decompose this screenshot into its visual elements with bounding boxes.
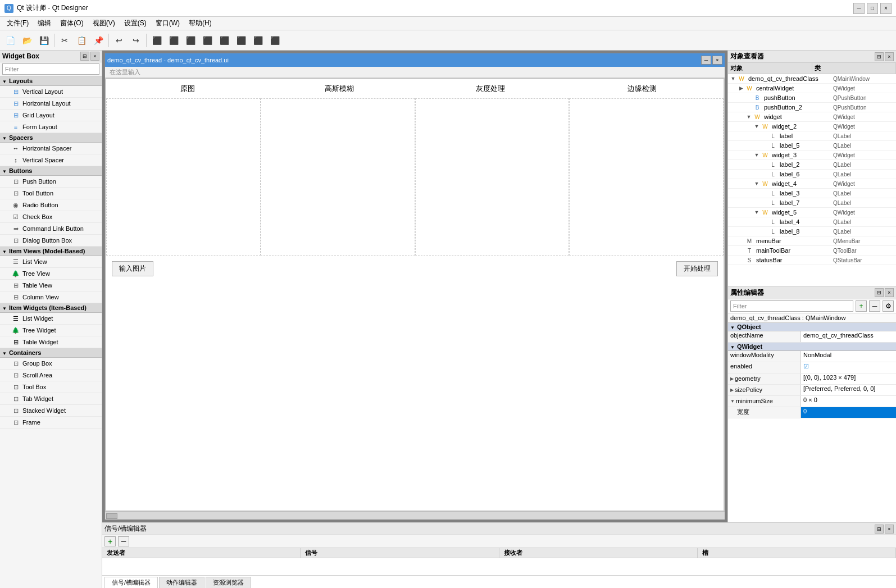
tree-row-menubar[interactable]: M menuBar QMenuBar	[728, 236, 896, 246]
widget-frame[interactable]: ⊡ Frame	[0, 417, 102, 429]
toolbar-layout-s[interactable]: ⬛	[216, 33, 232, 48]
expand-w4[interactable]: ▼	[753, 181, 761, 186]
widget-form-layout[interactable]: ≡ Form Layout	[0, 121, 102, 133]
widget-tool-button[interactable]: ⊡ Tool Button	[0, 188, 102, 199]
tree-row-pb[interactable]: B pushButton QPushButton	[728, 93, 896, 103]
tree-row-label8[interactable]: L label_8 QLabel	[728, 227, 896, 236]
prop-val-width[interactable]: 0	[801, 407, 896, 418]
prop-val-windowmodality[interactable]: NonModal	[801, 351, 896, 362]
section-containers[interactable]: Containers	[0, 348, 102, 358]
tree-row-pb2[interactable]: B pushButton_2 QPushButton	[728, 103, 896, 112]
widget-box-float[interactable]: ⊟	[80, 52, 89, 61]
menu-window[interactable]: 窗口(W)	[151, 17, 184, 29]
canvas-cell-3[interactable]	[569, 98, 724, 256]
widget-tree-widget[interactable]: 🌲 Tree Widget	[0, 325, 102, 336]
prop-row-sizepolicy[interactable]: ▶ sizePolicy [Preferred, Preferred, 0, 0…	[728, 385, 896, 396]
ui-form[interactable]: 原图 高斯模糊 灰度处理 边缘检测	[106, 79, 724, 510]
tree-row-toolbar[interactable]: T mainToolBar QToolBar	[728, 246, 896, 256]
tree-row-label5[interactable]: L label_5 QLabel	[728, 141, 896, 151]
widget-radio-button[interactable]: ◉ Radio Button	[0, 199, 102, 211]
widget-vertical-layout[interactable]: ⊞ Vertical Layout	[0, 86, 102, 98]
tree-row-label4[interactable]: L label_4 QLabel	[728, 217, 896, 227]
se-close-btn[interactable]: ×	[885, 525, 894, 534]
tree-row-w4[interactable]: ▼ W widget_4 QWidget	[728, 179, 896, 189]
tree-row-label3[interactable]: L label_3 QLabel	[728, 189, 896, 198]
widget-list-view[interactable]: ☰ List View	[0, 256, 102, 268]
toolbar-layout-b[interactable]: ⬛	[233, 33, 249, 48]
prop-row-geometry[interactable]: ▶ geometry [(0, 0), 1023 × 479]	[728, 373, 896, 385]
prop-val-enabled[interactable]: ☑	[801, 362, 896, 373]
maximize-button[interactable]: □	[867, 3, 878, 14]
tree-row-label6[interactable]: L label_6 QLabel	[728, 170, 896, 179]
toolbar-paste[interactable]: 📌	[90, 33, 106, 48]
menu-form[interactable]: 窗体(O)	[56, 17, 88, 29]
expand-w3[interactable]: ▼	[753, 152, 761, 158]
prop-filter-add[interactable]: +	[856, 300, 867, 312]
prop-val-geometry[interactable]: [(0, 0), 1023 × 479]	[801, 373, 896, 384]
expand-main[interactable]: ▼	[729, 76, 737, 81]
tree-row-label7[interactable]: L label_7 QLabel	[728, 198, 896, 208]
toolbar-layout-c[interactable]: ⬛	[250, 33, 266, 48]
close-button[interactable]: ×	[880, 3, 892, 14]
tree-row-central[interactable]: ▶ W centralWidget QWidget	[728, 84, 896, 93]
widget-grid-layout[interactable]: ⊞ Grid Layout	[0, 110, 102, 121]
prop-filter-remove[interactable]: ─	[869, 300, 880, 312]
widget-group-box[interactable]: ⊡ Group Box	[0, 358, 102, 370]
canvas-scroll-area[interactable]: 原图 高斯模糊 灰度处理 边缘检测	[105, 78, 725, 512]
menu-settings[interactable]: 设置(S)	[120, 17, 151, 29]
widget-tab-widget[interactable]: ⊡ Tab Widget	[0, 393, 102, 405]
prop-filter-input[interactable]	[730, 300, 853, 312]
enabled-checkbox[interactable]: ☑	[803, 363, 809, 370]
widget-tool-box[interactable]: ⊡ Tool Box	[0, 381, 102, 393]
widget-scroll-area[interactable]: ⊡ Scroll Area	[0, 370, 102, 381]
prop-val-sizepolicy[interactable]: [Preferred, Preferred, 0, 0]	[801, 385, 896, 395]
widget-hspacer[interactable]: ↔ Horizontal Spacer	[0, 143, 102, 154]
toolbar-layout-g[interactable]: ⬛	[183, 33, 198, 48]
section-spacers[interactable]: Spacers	[0, 133, 102, 143]
toolbar-cut[interactable]: ✂	[57, 33, 72, 48]
prop-row-objectname[interactable]: objectName demo_qt_cv_threadClass	[728, 331, 896, 343]
section-item-views[interactable]: Item Views (Model-Based)	[0, 247, 102, 256]
section-buttons[interactable]: Buttons	[0, 166, 102, 176]
toolbar-undo[interactable]: ↩	[111, 33, 127, 48]
tab-action-editor[interactable]: 动作编辑器	[159, 577, 204, 588]
expand-widget[interactable]: ▼	[745, 114, 753, 120]
tree-row-widget[interactable]: ▼ W widget QWidget	[728, 112, 896, 122]
prop-row-minimumsize[interactable]: ▼ minimumSize 0 × 0	[728, 396, 896, 407]
input-image-button[interactable]: 输入图片	[112, 261, 153, 276]
menu-edit[interactable]: 编辑	[33, 17, 56, 29]
widget-column-view[interactable]: ⊟ Column View	[0, 291, 102, 303]
canvas-cell-1[interactable]	[261, 98, 415, 256]
toolbar-layout-v[interactable]: ⬛	[166, 33, 181, 48]
pe-float-btn[interactable]: ⊟	[875, 288, 884, 297]
tab-resource-browser[interactable]: 资源浏览器	[206, 577, 251, 588]
toolbar-zoom[interactable]: ⬛	[267, 33, 283, 48]
toolbar-layout-h[interactable]: ⬛	[149, 33, 165, 48]
tree-row-w3[interactable]: ▼ W widget_3 QWidget	[728, 151, 896, 160]
expand-w2[interactable]: ▼	[753, 124, 761, 129]
menu-help[interactable]: 帮助(H)	[184, 17, 216, 29]
canvas-cell-0[interactable]	[106, 98, 261, 256]
widget-push-button[interactable]: ⊡ Push Button	[0, 176, 102, 188]
tree-row-main[interactable]: ▼ W demo_qt_cv_threadClass QMainWindow	[728, 74, 896, 84]
tree-row-statusbar[interactable]: S statusBar QStatusBar	[728, 256, 896, 265]
oi-close-btn[interactable]: ×	[885, 52, 894, 61]
expand-central[interactable]: ▶	[737, 85, 745, 91]
prop-row-enabled[interactable]: enabled ☑	[728, 362, 896, 373]
expand-w5[interactable]: ▼	[753, 209, 761, 215]
section-item-widgets[interactable]: Item Widgets (Item-Based)	[0, 303, 102, 313]
scroll-left-btn[interactable]	[106, 513, 117, 519]
prop-row-windowmodality[interactable]: windowModality NonModal	[728, 351, 896, 362]
prop-filter-settings[interactable]: ⚙	[883, 300, 894, 312]
pe-close-btn[interactable]: ×	[885, 288, 894, 297]
toolbar-save[interactable]: 💾	[36, 33, 52, 48]
signal-add-btn[interactable]: +	[104, 536, 116, 546]
toolbar-layout-f[interactable]: ⬛	[199, 33, 215, 48]
start-process-button[interactable]: 开始处理	[676, 261, 718, 276]
signal-remove-btn[interactable]: ─	[118, 536, 129, 546]
widget-tree-view[interactable]: 🌲 Tree View	[0, 268, 102, 280]
toolbar-open[interactable]: 📂	[19, 33, 35, 48]
toolbar-new[interactable]: 📄	[2, 33, 18, 48]
section-layouts[interactable]: Layouts	[0, 76, 102, 86]
prop-section-qobject[interactable]: QObject	[728, 323, 896, 331]
